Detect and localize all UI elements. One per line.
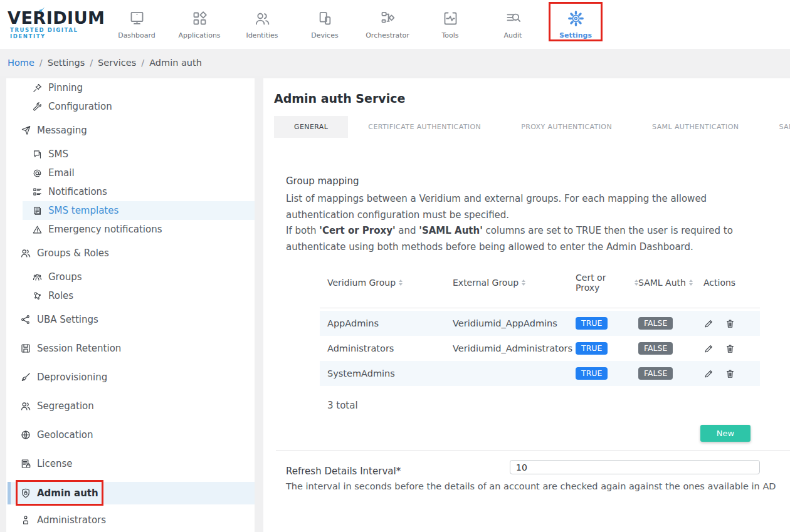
nav-item-applications[interactable]: Applications (168, 0, 231, 49)
trash-icon[interactable] (725, 368, 735, 379)
sort-icon[interactable] (689, 279, 693, 286)
table-row: SystemAdmins TRUE FALSE (320, 361, 760, 386)
breadcrumb-home-link[interactable]: Home (8, 58, 34, 68)
shield-lock-icon (20, 488, 31, 499)
group-mapping-section: Group mapping List of mappings between a… (286, 175, 765, 255)
paper-plane-icon (20, 125, 31, 136)
cell-veridium-group: SystemAdmins (327, 368, 453, 378)
sidebar-item-roles[interactable]: Roles (6, 286, 255, 305)
breadcrumb-separator: / (141, 58, 144, 68)
checkmark-icon (37, 6, 46, 14)
description-line1: List of mappings between a Veridium and … (286, 193, 707, 221)
sidebar-item-messaging[interactable]: Messaging (6, 121, 255, 140)
refresh-interval-input[interactable] (510, 460, 760, 474)
sidebar-item-pinning[interactable]: Pinning (6, 78, 255, 97)
nav-item-audit[interactable]: Audit (482, 0, 544, 49)
pencil-icon[interactable] (703, 368, 714, 379)
wrench-icon (31, 102, 43, 112)
content-area: Pinning Configuration Messaging SMS Emai… (0, 76, 790, 532)
license-lock-icon (20, 458, 31, 469)
tab-saml-keys[interactable]: SAML KEYS (759, 116, 790, 138)
sidebar-item-license[interactable]: License (6, 454, 255, 473)
column-header-external-group[interactable]: External Group (453, 278, 576, 288)
sidebar-item-session-retention[interactable]: Session Retention (6, 339, 255, 358)
tab-general[interactable]: GENERAL (274, 116, 348, 138)
new-button[interactable]: New (700, 425, 750, 442)
main-panel: Admin auth Service GENERAL CERTIFICATE A… (263, 78, 790, 532)
group-mapping-description: List of mappings between a Veridium and … (286, 191, 756, 255)
nav-item-orchestrator[interactable]: Orchestrator (356, 0, 419, 49)
trash-icon[interactable] (725, 343, 735, 354)
cell-saml-auth: FALSE (638, 342, 703, 355)
sidebar-item-uba-settings[interactable]: UBA Settings (6, 310, 255, 329)
sidebar-item-deprovisioning[interactable]: Deprovisioning (6, 368, 255, 387)
column-header-saml-auth[interactable]: SAML Auth (638, 278, 703, 288)
sidebar-item-admin-auth[interactable]: Admin auth (8, 482, 255, 504)
table-header-row: Veridium Group External Group Cert or Pr… (320, 264, 760, 294)
sort-icon[interactable] (399, 279, 403, 286)
brand-name: VERIDIUM (8, 9, 103, 26)
nav-item-tools[interactable]: Tools (419, 0, 482, 49)
sidebar-item-label: UBA Settings (37, 314, 98, 325)
sort-icon[interactable] (522, 279, 525, 286)
sidebar-item-geolocation[interactable]: Geolocation (6, 425, 255, 444)
column-header-cert-or-proxy[interactable]: Cert or Proxy (576, 273, 638, 293)
tab-saml-authentication[interactable]: SAML AUTHENTICATION (632, 116, 759, 138)
nav-item-dashboard[interactable]: Dashboard (105, 0, 168, 49)
page-title: Admin auth Service (274, 91, 790, 105)
status-badge-true: TRUE (576, 342, 608, 355)
sidebar-item-label: SMS (48, 149, 68, 160)
pin-icon (31, 83, 43, 93)
nav-item-devices[interactable]: Devices (293, 0, 356, 49)
breadcrumb: Home / Settings / Services / Admin auth (0, 49, 790, 76)
sidebar-item-label: Messaging (37, 125, 87, 136)
group-icon (31, 272, 43, 283)
tab-proxy-authentication[interactable]: PROXY AUTHENTICATION (501, 116, 632, 138)
brand-tagline: TRUSTED DIGITAL IDENTITY (10, 27, 103, 39)
cell-saml-auth: FALSE (638, 367, 703, 380)
warning-icon (31, 224, 43, 235)
sidebar-item-email[interactable]: Email (6, 164, 255, 182)
status-badge-false: FALSE (638, 317, 673, 330)
sidebar-item-sms-templates[interactable]: SMS templates (23, 201, 255, 220)
sidebar-item-sms[interactable]: SMS (6, 145, 255, 164)
sidebar-item-configuration[interactable]: Configuration (6, 97, 255, 116)
nav-item-identities[interactable]: Identities (231, 0, 293, 49)
veridium-logo[interactable]: VERIDIUM TRUSTED DIGITAL IDENTITY (8, 9, 103, 39)
refresh-interval-row: Refresh Details Interval* (286, 460, 760, 477)
table-row: Administrators Veridiumid_Administrators… (320, 336, 760, 361)
trash-icon[interactable] (725, 318, 735, 329)
orchestrator-icon (379, 10, 396, 27)
sidebar-item-groups[interactable]: Groups (6, 268, 255, 286)
description-bold-cert-or-proxy: 'Cert or Proxy' (319, 225, 395, 236)
nav-label: Identities (246, 31, 278, 39)
nav-item-settings[interactable]: Settings (544, 0, 607, 49)
nav-label: Tools (441, 31, 458, 39)
sidebar-item-segregation[interactable]: Segregation (6, 397, 255, 415)
share-icon (20, 314, 31, 325)
sidebar-item-administrators[interactable]: Administrators (6, 511, 255, 529)
refresh-interval-help: The interval in seconds before the detai… (286, 481, 790, 491)
nav-label: Orchestrator (366, 31, 409, 39)
sidebar-item-label: SMS templates (48, 205, 118, 216)
tab-certificate-authentication[interactable]: CERTIFICATE AUTHENTICATION (348, 116, 501, 138)
column-label: External Group (453, 278, 519, 288)
breadcrumb-separator: / (40, 58, 43, 68)
devices-icon (317, 10, 334, 27)
group-mapping-table: Veridium Group External Group Cert or Pr… (320, 264, 760, 442)
breadcrumb-settings[interactable]: Settings (48, 58, 85, 68)
column-header-veridium-group[interactable]: Veridium Group (327, 278, 453, 288)
table-body: AppAdmins Veridiumid_AppAdmins TRUE FALS… (320, 308, 760, 386)
floppy-icon (20, 343, 31, 354)
description-bold-saml-auth: 'SAML Auth' (419, 225, 482, 236)
breadcrumb-services[interactable]: Services (98, 58, 136, 68)
status-badge-true: TRUE (576, 367, 608, 380)
sidebar-item-emergency-notifications[interactable]: Emergency notifications (6, 220, 255, 239)
pencil-icon[interactable] (703, 343, 714, 354)
list-icon (31, 187, 43, 197)
sidebar-item-notifications[interactable]: Notifications (6, 182, 255, 201)
group-mapping-heading: Group mapping (286, 175, 765, 187)
top-navigation-bar: VERIDIUM TRUSTED DIGITAL IDENTITY Dashbo… (0, 0, 790, 49)
pencil-icon[interactable] (703, 318, 714, 329)
sidebar-item-groups-roles[interactable]: Groups & Roles (6, 244, 255, 263)
